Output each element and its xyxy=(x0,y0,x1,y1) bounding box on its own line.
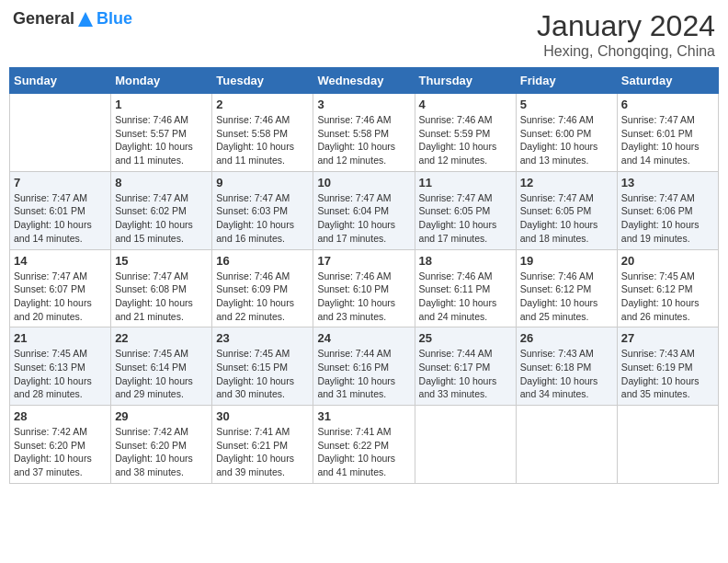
table-row: 29Sunrise: 7:42 AM Sunset: 6:20 PM Dayli… xyxy=(111,406,212,484)
day-info: Sunrise: 7:41 AM Sunset: 6:21 PM Dayligh… xyxy=(216,425,309,479)
day-info: Sunrise: 7:47 AM Sunset: 6:03 PM Dayligh… xyxy=(216,191,309,246)
day-info: Sunrise: 7:46 AM Sunset: 6:12 PM Dayligh… xyxy=(520,270,613,324)
header-sunday: Sunday xyxy=(10,68,111,94)
table-row: 2Sunrise: 7:46 AM Sunset: 5:58 PM Daylig… xyxy=(212,94,313,172)
day-number: 24 xyxy=(317,331,410,345)
day-info: Sunrise: 7:43 AM Sunset: 6:18 PM Dayligh… xyxy=(520,347,613,401)
table-row xyxy=(617,406,718,484)
table-row: 22Sunrise: 7:45 AM Sunset: 6:14 PM Dayli… xyxy=(111,327,212,406)
header-friday: Friday xyxy=(516,68,617,94)
table-row: 9Sunrise: 7:47 AM Sunset: 6:03 PM Daylig… xyxy=(212,171,313,249)
table-row: 4Sunrise: 7:46 AM Sunset: 5:59 PM Daylig… xyxy=(415,94,516,172)
calendar-week-row: 28Sunrise: 7:42 AM Sunset: 6:20 PM Dayli… xyxy=(10,406,719,484)
day-number: 15 xyxy=(115,254,208,268)
calendar-week-row: 14Sunrise: 7:47 AM Sunset: 6:07 PM Dayli… xyxy=(10,249,719,327)
header-monday: Monday xyxy=(111,68,212,94)
calendar-table: Sunday Monday Tuesday Wednesday Thursday… xyxy=(9,67,719,484)
day-number: 4 xyxy=(419,98,512,111)
header-tuesday: Tuesday xyxy=(212,68,313,94)
day-number: 10 xyxy=(317,176,410,190)
logo-general-text: General xyxy=(13,9,74,29)
table-row: 27Sunrise: 7:43 AM Sunset: 6:19 PM Dayli… xyxy=(617,327,718,406)
table-row: 31Sunrise: 7:41 AM Sunset: 6:22 PM Dayli… xyxy=(313,406,415,484)
table-row: 15Sunrise: 7:47 AM Sunset: 6:08 PM Dayli… xyxy=(111,249,212,327)
day-info: Sunrise: 7:47 AM Sunset: 6:06 PM Dayligh… xyxy=(621,191,714,246)
location-subtitle: Hexing, Chongqing, China xyxy=(537,43,715,60)
day-info: Sunrise: 7:41 AM Sunset: 6:22 PM Dayligh… xyxy=(317,425,410,479)
day-number: 27 xyxy=(621,331,714,345)
day-info: Sunrise: 7:46 AM Sunset: 6:10 PM Dayligh… xyxy=(317,270,410,324)
day-number: 23 xyxy=(216,331,309,345)
day-info: Sunrise: 7:47 AM Sunset: 6:01 PM Dayligh… xyxy=(621,113,714,167)
calendar-week-row: 1Sunrise: 7:46 AM Sunset: 5:57 PM Daylig… xyxy=(10,94,719,172)
table-row: 17Sunrise: 7:46 AM Sunset: 6:10 PM Dayli… xyxy=(313,249,415,327)
day-number: 5 xyxy=(520,98,613,111)
table-row xyxy=(415,406,516,484)
day-info: Sunrise: 7:47 AM Sunset: 6:02 PM Dayligh… xyxy=(115,191,208,246)
header-saturday: Saturday xyxy=(617,68,718,94)
day-info: Sunrise: 7:42 AM Sunset: 6:20 PM Dayligh… xyxy=(14,425,107,479)
day-info: Sunrise: 7:45 AM Sunset: 6:12 PM Dayligh… xyxy=(621,270,714,324)
day-number: 6 xyxy=(621,98,714,111)
day-info: Sunrise: 7:45 AM Sunset: 6:15 PM Dayligh… xyxy=(216,347,309,401)
day-info: Sunrise: 7:47 AM Sunset: 6:01 PM Dayligh… xyxy=(14,191,107,246)
day-number: 20 xyxy=(621,254,714,268)
day-number: 29 xyxy=(115,409,208,423)
logo: General Blue xyxy=(13,9,132,29)
day-info: Sunrise: 7:46 AM Sunset: 5:59 PM Dayligh… xyxy=(419,113,512,167)
table-row: 30Sunrise: 7:41 AM Sunset: 6:21 PM Dayli… xyxy=(212,406,313,484)
table-row: 19Sunrise: 7:46 AM Sunset: 6:12 PM Dayli… xyxy=(516,249,617,327)
day-number: 13 xyxy=(621,176,714,190)
day-number: 9 xyxy=(216,176,309,190)
day-info: Sunrise: 7:47 AM Sunset: 6:05 PM Dayligh… xyxy=(419,191,512,246)
day-info: Sunrise: 7:44 AM Sunset: 6:17 PM Dayligh… xyxy=(419,347,512,401)
table-row: 23Sunrise: 7:45 AM Sunset: 6:15 PM Dayli… xyxy=(212,327,313,406)
day-info: Sunrise: 7:47 AM Sunset: 6:05 PM Dayligh… xyxy=(520,191,613,246)
day-number: 12 xyxy=(520,176,613,190)
day-number: 30 xyxy=(216,409,309,423)
logo-blue-text: Blue xyxy=(97,9,132,29)
table-row: 14Sunrise: 7:47 AM Sunset: 6:07 PM Dayli… xyxy=(10,249,111,327)
logo-icon xyxy=(76,10,95,29)
page-header: General Blue January 2024 Hexing, Chongq… xyxy=(9,9,719,60)
day-number: 26 xyxy=(520,331,613,345)
day-number: 14 xyxy=(14,254,107,268)
day-info: Sunrise: 7:47 AM Sunset: 6:08 PM Dayligh… xyxy=(115,270,208,324)
table-row xyxy=(516,406,617,484)
day-number: 1 xyxy=(115,98,208,111)
table-row: 26Sunrise: 7:43 AM Sunset: 6:18 PM Dayli… xyxy=(516,327,617,406)
title-area: January 2024 Hexing, Chongqing, China xyxy=(537,9,715,60)
day-number: 7 xyxy=(14,176,107,190)
day-info: Sunrise: 7:42 AM Sunset: 6:20 PM Dayligh… xyxy=(115,425,208,479)
table-row: 8Sunrise: 7:47 AM Sunset: 6:02 PM Daylig… xyxy=(111,171,212,249)
table-row: 16Sunrise: 7:46 AM Sunset: 6:09 PM Dayli… xyxy=(212,249,313,327)
header-wednesday: Wednesday xyxy=(313,68,415,94)
calendar-header-row: Sunday Monday Tuesday Wednesday Thursday… xyxy=(10,68,719,94)
day-number: 3 xyxy=(317,98,410,111)
day-number: 16 xyxy=(216,254,309,268)
day-info: Sunrise: 7:47 AM Sunset: 6:04 PM Dayligh… xyxy=(317,191,410,246)
table-row: 1Sunrise: 7:46 AM Sunset: 5:57 PM Daylig… xyxy=(111,94,212,172)
day-number: 18 xyxy=(419,254,512,268)
day-info: Sunrise: 7:43 AM Sunset: 6:19 PM Dayligh… xyxy=(621,347,714,401)
table-row: 5Sunrise: 7:46 AM Sunset: 6:00 PM Daylig… xyxy=(516,94,617,172)
table-row: 18Sunrise: 7:46 AM Sunset: 6:11 PM Dayli… xyxy=(415,249,516,327)
calendar-week-row: 7Sunrise: 7:47 AM Sunset: 6:01 PM Daylig… xyxy=(10,171,719,249)
table-row: 28Sunrise: 7:42 AM Sunset: 6:20 PM Dayli… xyxy=(10,406,111,484)
day-info: Sunrise: 7:47 AM Sunset: 6:07 PM Dayligh… xyxy=(14,270,107,324)
day-info: Sunrise: 7:46 AM Sunset: 6:11 PM Dayligh… xyxy=(419,270,512,324)
table-row: 21Sunrise: 7:45 AM Sunset: 6:13 PM Dayli… xyxy=(10,327,111,406)
day-number: 8 xyxy=(115,176,208,190)
table-row: 11Sunrise: 7:47 AM Sunset: 6:05 PM Dayli… xyxy=(415,171,516,249)
table-row: 13Sunrise: 7:47 AM Sunset: 6:06 PM Dayli… xyxy=(617,171,718,249)
day-number: 19 xyxy=(520,254,613,268)
day-number: 11 xyxy=(419,176,512,190)
table-row: 20Sunrise: 7:45 AM Sunset: 6:12 PM Dayli… xyxy=(617,249,718,327)
table-row xyxy=(10,94,111,172)
table-row: 6Sunrise: 7:47 AM Sunset: 6:01 PM Daylig… xyxy=(617,94,718,172)
day-number: 25 xyxy=(419,331,512,345)
day-info: Sunrise: 7:46 AM Sunset: 5:58 PM Dayligh… xyxy=(317,113,410,167)
day-info: Sunrise: 7:45 AM Sunset: 6:13 PM Dayligh… xyxy=(14,347,107,401)
day-number: 2 xyxy=(216,98,309,111)
table-row: 25Sunrise: 7:44 AM Sunset: 6:17 PM Dayli… xyxy=(415,327,516,406)
